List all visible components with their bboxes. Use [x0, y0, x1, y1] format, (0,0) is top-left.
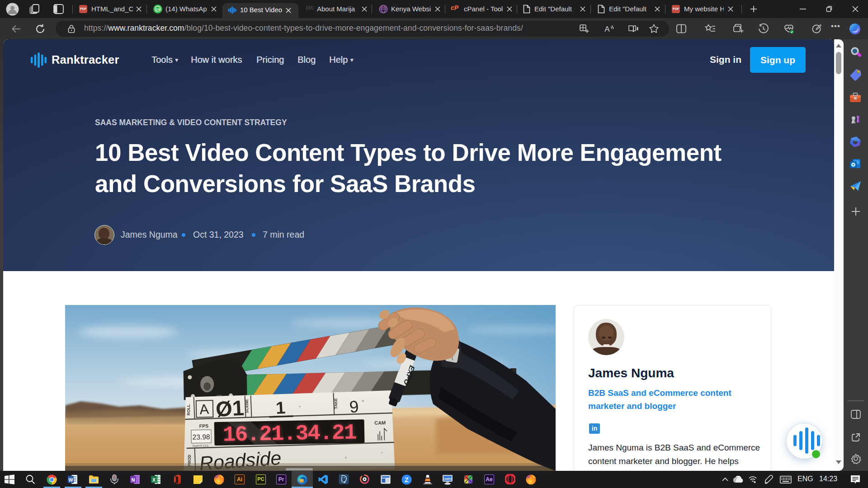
svg-text:23.98: 23.98 — [193, 433, 210, 441]
svg-text:9: 9 — [349, 397, 359, 417]
svg-text:N: N — [132, 477, 135, 483]
svg-text:A: A — [604, 25, 610, 33]
svg-text:14: 14 — [156, 7, 160, 11]
svg-text:CAM: CAM — [374, 420, 386, 425]
svg-text:Z: Z — [405, 476, 409, 483]
svg-text:W: W — [69, 477, 73, 483]
svg-text:SCENE: SCENE — [245, 399, 250, 413]
svg-text:A: A — [199, 401, 209, 418]
svg-text:1: 1 — [275, 398, 286, 418]
svg-text:Ø1: Ø1 — [215, 396, 245, 421]
svg-text:TAKE: TAKE — [334, 398, 338, 409]
svg-text:CAMTA: CAMTA — [443, 478, 453, 480]
svg-text:X: X — [152, 477, 156, 483]
svg-text:FPS: FPS — [199, 423, 209, 428]
svg-text:ROLL: ROLL — [186, 404, 191, 415]
